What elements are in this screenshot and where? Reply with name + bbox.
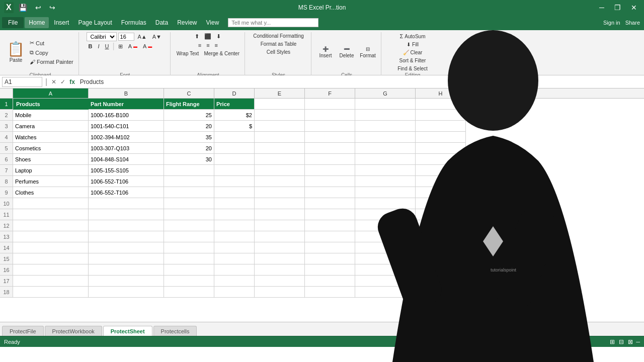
sign-in-label[interactable]: Sign in [603, 20, 624, 26]
menu-data[interactable]: Data [151, 17, 172, 28]
list-item[interactable]: 1003-307-Q103 [89, 143, 164, 154]
list-item[interactable] [305, 99, 355, 110]
row-number[interactable]: 8 [0, 176, 13, 187]
list-item[interactable] [13, 209, 89, 220]
list-item[interactable] [416, 121, 466, 132]
list-item[interactable] [13, 198, 89, 209]
row-number[interactable]: 9 [0, 187, 13, 198]
increase-font-button[interactable]: A▲ [136, 33, 149, 41]
list-item[interactable] [164, 253, 214, 264]
align-center-button[interactable]: ≡ [204, 41, 211, 49]
list-item[interactable]: Mobile [13, 110, 89, 121]
list-item[interactable] [416, 143, 466, 154]
list-item[interactable] [89, 253, 164, 264]
close-button[interactable]: ✕ [628, 3, 640, 13]
list-item[interactable]: 1004-848-S104 [89, 154, 164, 165]
list-item[interactable] [416, 198, 466, 209]
list-item[interactable]: 20 [164, 143, 214, 154]
row-number[interactable]: 6 [0, 154, 13, 165]
list-item[interactable] [255, 143, 305, 154]
insert-function-icon[interactable]: fx [68, 77, 76, 86]
list-item[interactable] [214, 143, 255, 154]
list-item[interactable] [416, 165, 466, 176]
list-item[interactable] [164, 198, 214, 209]
align-right-button[interactable]: ≡ [213, 41, 220, 49]
list-item[interactable] [13, 220, 89, 231]
italic-button[interactable]: I [96, 42, 101, 50]
view-normal-button[interactable]: ⊞ [609, 337, 616, 346]
row-number[interactable]: 1 [0, 99, 13, 110]
list-item[interactable] [255, 176, 305, 187]
list-item[interactable] [214, 287, 255, 298]
list-item[interactable] [13, 264, 89, 276]
list-item[interactable] [214, 231, 255, 242]
list-item[interactable] [355, 287, 416, 298]
list-item[interactable] [355, 143, 416, 154]
autosum-button[interactable]: Σ AutoSum [398, 32, 428, 40]
list-item[interactable] [164, 231, 214, 242]
list-item[interactable]: 30 [164, 154, 214, 165]
list-item[interactable]: Perfumes [13, 176, 89, 187]
menu-home[interactable]: Home [25, 17, 49, 28]
list-item[interactable] [13, 231, 89, 242]
restore-button[interactable]: ❐ [611, 3, 624, 13]
list-item[interactable] [305, 264, 355, 276]
list-item[interactable]: Part Number [89, 99, 164, 110]
view-page-button[interactable]: ⊠ [627, 337, 634, 346]
list-item[interactable] [355, 99, 416, 110]
font-color-button[interactable]: A▬ [141, 42, 154, 50]
list-item[interactable]: Products [13, 99, 89, 110]
list-item[interactable]: 1001-540-C101 [89, 121, 164, 132]
list-item[interactable] [13, 287, 89, 298]
align-left-button[interactable]: ≡ [196, 41, 203, 49]
list-item[interactable] [305, 209, 355, 220]
menu-insert[interactable]: Insert [50, 17, 73, 28]
list-item[interactable] [89, 276, 164, 287]
minimize-button[interactable]: ─ [596, 3, 607, 13]
list-item[interactable] [214, 253, 255, 264]
list-item[interactable] [416, 110, 466, 121]
cell-reference-input[interactable] [2, 77, 42, 87]
list-item[interactable] [255, 198, 305, 209]
list-item[interactable] [305, 231, 355, 242]
list-item[interactable] [164, 287, 214, 298]
cell-styles-button[interactable]: Cell Styles [265, 48, 292, 56]
save-button[interactable]: 💾 [16, 3, 30, 13]
row-number[interactable]: 11 [0, 209, 13, 220]
list-item[interactable] [214, 242, 255, 253]
confirm-icon[interactable]: ✓ [59, 77, 66, 86]
cancel-icon[interactable]: ✕ [50, 77, 57, 86]
list-item[interactable] [89, 242, 164, 253]
list-item[interactable] [214, 209, 255, 220]
list-item[interactable] [214, 132, 255, 143]
list-item[interactable] [305, 154, 355, 165]
list-item[interactable] [214, 198, 255, 209]
col-header-f[interactable]: F [305, 88, 355, 98]
list-item[interactable] [214, 220, 255, 231]
col-header-d[interactable]: D [214, 88, 255, 98]
row-number[interactable]: 14 [0, 242, 13, 253]
list-item[interactable] [355, 198, 416, 209]
col-header-g[interactable]: G [355, 88, 416, 98]
list-item[interactable] [305, 165, 355, 176]
clear-button[interactable]: 🧹 Clear [401, 49, 425, 56]
font-name-select[interactable]: Calibri [87, 32, 117, 41]
list-item[interactable] [255, 264, 305, 276]
list-item[interactable] [255, 132, 305, 143]
conditional-formatting-button[interactable]: Conditional Formatting [251, 32, 306, 40]
list-item[interactable] [13, 253, 89, 264]
view-layout-button[interactable]: ⊟ [618, 337, 625, 346]
format-painter-button[interactable]: 🖌 Format Painter [28, 58, 75, 66]
find-select-button[interactable]: Find & Select [395, 65, 429, 72]
formula-input[interactable] [78, 77, 642, 87]
list-item[interactable] [255, 187, 305, 198]
row-number[interactable]: 17 [0, 276, 13, 287]
list-item[interactable] [305, 242, 355, 253]
format-cells-button[interactable]: ⊟ Format [358, 45, 378, 59]
sheet-tab-protect-workbook[interactable]: ProtectWorkbook [45, 326, 102, 336]
list-item[interactable]: 1000-165-B100 [89, 110, 164, 121]
list-item[interactable] [305, 176, 355, 187]
list-item[interactable] [164, 187, 214, 198]
row-number[interactable]: 10 [0, 198, 13, 209]
list-item[interactable] [416, 220, 466, 231]
